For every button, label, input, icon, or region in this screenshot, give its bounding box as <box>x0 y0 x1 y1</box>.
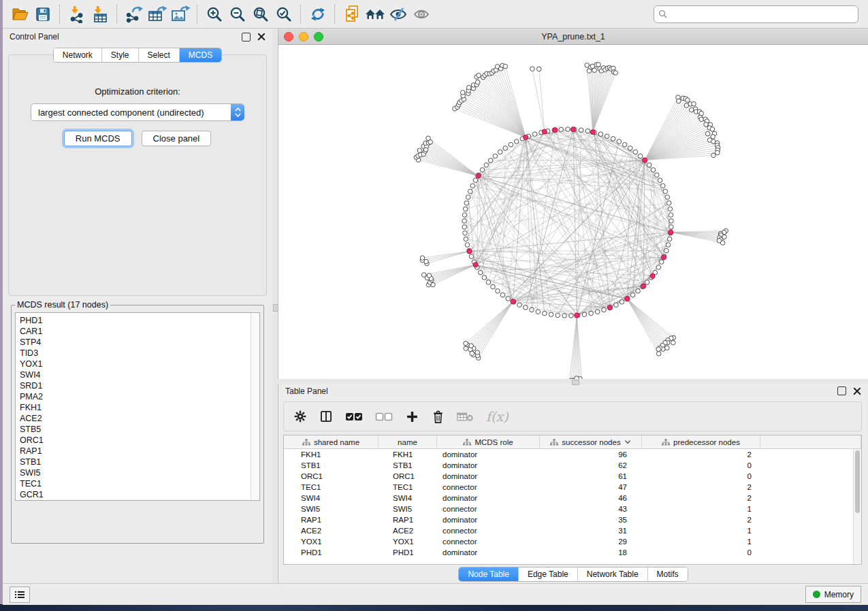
graph-node[interactable] <box>710 127 715 132</box>
graph-node-mcds[interactable] <box>650 274 655 278</box>
graph-node[interactable] <box>716 150 720 155</box>
graph-node-mcds[interactable] <box>553 127 558 132</box>
vertical-splitter[interactable] <box>272 29 278 583</box>
mcds-result-item[interactable]: STB5 <box>20 424 259 435</box>
network-graph[interactable] <box>278 45 868 379</box>
graph-node[interactable] <box>589 311 594 316</box>
graph-node[interactable] <box>517 303 522 308</box>
horizontal-splitter[interactable] <box>278 379 868 384</box>
graph-node-mcds[interactable] <box>590 129 595 134</box>
graph-node[interactable] <box>638 154 643 159</box>
graph-node[interactable] <box>463 207 468 212</box>
tab-mcds[interactable]: MCDS <box>180 48 221 62</box>
graph-node[interactable] <box>530 308 534 312</box>
graph-node[interactable] <box>660 184 665 188</box>
graph-node[interactable] <box>667 237 672 242</box>
graph-node[interactable] <box>468 189 472 194</box>
deselect-all-icon[interactable] <box>375 411 393 422</box>
graph-node[interactable] <box>524 306 528 310</box>
graph-node[interactable] <box>549 312 553 317</box>
open-session-icon[interactable] <box>8 3 31 25</box>
close-panel-icon[interactable] <box>853 387 861 395</box>
graph-node[interactable] <box>671 340 675 345</box>
graph-node[interactable] <box>462 225 467 229</box>
graph-node[interactable] <box>655 173 660 178</box>
graph-node[interactable] <box>488 158 493 163</box>
memory-button[interactable]: Memory <box>805 586 861 603</box>
node-table[interactable]: shared namenameMCDS rolesuccessor nodesp… <box>283 435 862 565</box>
graph-node[interactable] <box>480 167 485 172</box>
graph-node[interactable] <box>426 136 431 141</box>
graph-node[interactable] <box>656 347 661 352</box>
graph-node[interactable] <box>622 142 627 147</box>
graph-node[interactable] <box>482 276 487 280</box>
import-network-icon[interactable] <box>65 3 89 25</box>
graph-node-mcds[interactable] <box>542 129 547 134</box>
graph-node[interactable] <box>595 310 600 314</box>
graph-node[interactable] <box>464 341 468 346</box>
mcds-result-item[interactable]: PMA2 <box>20 391 259 402</box>
zoom-out-icon[interactable] <box>226 3 249 25</box>
table-options-gear-icon[interactable] <box>293 410 307 423</box>
graph-node[interactable] <box>420 256 425 261</box>
graph-node[interactable] <box>475 80 480 85</box>
graph-node[interactable] <box>500 293 505 297</box>
graph-node[interactable] <box>582 312 587 317</box>
table-row[interactable]: SWI4SWI4dominator462 <box>284 493 861 503</box>
graph-node[interactable] <box>496 288 500 293</box>
mcds-result-item[interactable]: FKH1 <box>20 402 259 413</box>
delete-columns-trash-icon[interactable] <box>432 410 445 424</box>
graph-node[interactable] <box>585 129 590 133</box>
column-header-shared-name[interactable]: shared name <box>284 435 379 448</box>
graph-node[interactable] <box>491 284 496 289</box>
graph-node[interactable] <box>559 127 564 132</box>
graph-node[interactable] <box>645 280 649 285</box>
graph-node[interactable] <box>469 254 474 259</box>
graph-node[interactable] <box>692 101 696 106</box>
mcds-result-item[interactable]: ACE2 <box>20 413 259 424</box>
graph-node[interactable] <box>556 313 560 318</box>
graph-node[interactable] <box>514 139 519 144</box>
graph-node[interactable] <box>427 274 432 278</box>
graph-node[interactable] <box>636 288 641 293</box>
graph-node[interactable] <box>705 131 710 136</box>
graph-node-mcds[interactable] <box>467 249 472 254</box>
network-canvas[interactable] <box>278 45 868 379</box>
splitter-grip[interactable] <box>273 304 278 312</box>
graph-node[interactable] <box>666 201 671 205</box>
graph-node[interactable] <box>417 148 422 153</box>
mcds-result-item[interactable]: ORC1 <box>20 435 259 446</box>
add-column-icon[interactable] <box>405 410 419 424</box>
graph-node[interactable] <box>633 150 638 154</box>
graph-node[interactable] <box>596 63 601 67</box>
graph-node[interactable] <box>630 293 635 297</box>
graph-node[interactable] <box>602 308 607 312</box>
mcds-result-item[interactable]: PHD1 <box>20 315 259 326</box>
graph-node[interactable] <box>677 99 681 103</box>
graph-node[interactable] <box>462 213 467 218</box>
graph-node[interactable] <box>628 146 632 150</box>
graph-node[interactable] <box>666 243 671 248</box>
mcds-result-item[interactable]: YOX1 <box>20 359 259 369</box>
graph-node-mcds[interactable] <box>661 255 666 260</box>
scrollbar-thumb[interactable] <box>855 450 860 513</box>
graph-node[interactable] <box>669 225 674 229</box>
graph-node-mcds[interactable] <box>511 299 515 304</box>
graph-node[interactable] <box>466 195 470 199</box>
mcds-list-scrollbar[interactable] <box>251 313 259 500</box>
show-panels-list-button[interactable] <box>10 587 30 603</box>
graph-node[interactable] <box>647 163 652 167</box>
graph-node[interactable] <box>462 218 467 223</box>
zoom-selected-icon[interactable] <box>272 3 295 25</box>
graph-node[interactable] <box>617 139 622 144</box>
graph-node[interactable] <box>478 270 483 275</box>
graph-node[interactable] <box>464 237 468 242</box>
graph-node[interactable] <box>663 189 668 194</box>
column-header-name[interactable]: name <box>379 435 437 448</box>
graph-node[interactable] <box>466 85 471 90</box>
graph-node-mcds[interactable] <box>575 313 579 318</box>
graph-node[interactable] <box>463 231 468 235</box>
column-header-successor-nodes[interactable]: successor nodes <box>540 435 642 448</box>
graph-node[interactable] <box>484 163 489 167</box>
hide-selected-eye-slash-icon[interactable] <box>387 3 410 25</box>
